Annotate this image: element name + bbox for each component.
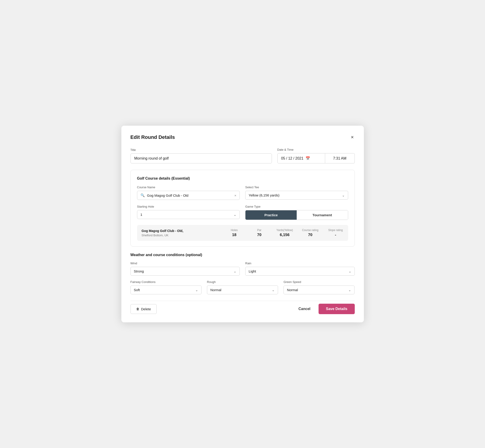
edit-round-modal: Edit Round Details × Title Date & Time 0…	[121, 126, 364, 322]
select-tee-value: Yellow (6,156 yards)	[249, 193, 342, 197]
chevron-down-icon-wind: ⌄	[234, 270, 236, 273]
wind-label: Wind	[130, 262, 240, 265]
datetime-row: 05 / 12 / 2021 📅 7:31 AM	[277, 153, 355, 163]
wind-dropdown[interactable]: Strong ⌄	[130, 267, 240, 276]
save-button[interactable]: Save Details	[319, 304, 355, 314]
chevron-down-icon-rain: ⌄	[349, 270, 351, 273]
calendar-icon: 📅	[306, 156, 310, 160]
clear-icon[interactable]: ×	[234, 193, 236, 197]
rain-value: Light	[249, 269, 349, 273]
wind-field: Wind Strong ⌄	[130, 262, 240, 276]
weather-section-title: Weather and course conditions (optional)	[130, 253, 355, 257]
top-row: Title Date & Time 05 / 12 / 2021 📅 7:31 …	[130, 148, 355, 163]
slope-rating-label: Slope rating	[328, 229, 343, 232]
slope-rating-value: -	[335, 233, 336, 237]
course-rating-stat: Course rating 70	[302, 229, 318, 237]
course-name-label: Course Name	[137, 185, 240, 189]
yards-value: 6,156	[280, 233, 290, 237]
hole-gametype-row: Starting Hole 1 ⌄ Game Type Practice Tou…	[137, 205, 348, 220]
rough-dropdown[interactable]: Normal ⌄	[207, 286, 278, 294]
course-name-input[interactable]: 🔍 Gog Magog Golf Club - Old ×	[137, 191, 240, 200]
footer-row: 🗑 Delete Cancel Save Details	[130, 301, 355, 314]
yards-stat: Yards(Yellow) 6,156	[276, 229, 293, 237]
rain-dropdown[interactable]: Light ⌄	[245, 267, 355, 276]
trash-icon: 🗑	[136, 307, 139, 311]
title-label: Title	[130, 148, 272, 152]
game-type-toggle: Practice Tournament	[245, 210, 348, 220]
select-tee-dropdown[interactable]: Yellow (6,156 yards) ⌄	[245, 191, 348, 200]
close-button[interactable]: ×	[350, 134, 355, 141]
holes-stat: Holes 18	[226, 229, 242, 237]
fairway-value: Soft	[134, 288, 195, 292]
starting-hole-field: Starting Hole 1 ⌄	[137, 205, 240, 220]
course-name-value: Gog Magog Golf Club - Old	[147, 193, 232, 197]
yards-label: Yards(Yellow)	[276, 229, 293, 232]
course-name-field: Course Name 🔍 Gog Magog Golf Club - Old …	[137, 185, 240, 200]
time-value: 7:31 AM	[333, 156, 347, 160]
chevron-down-icon-rough: ⌄	[272, 288, 275, 292]
delete-label: Delete	[141, 307, 151, 311]
course-info-row: Gog Magog Golf Club - Old, Shelford Bott…	[137, 225, 348, 241]
date-value: 05 / 12 / 2021	[281, 156, 304, 160]
fairway-rough-green-row: Fairway Conditions Soft ⌄ Rough Normal ⌄…	[130, 280, 355, 294]
course-info-name-block: Gog Magog Golf Club - Old, Shelford Bott…	[142, 229, 217, 237]
chevron-down-icon-fairway: ⌄	[195, 288, 198, 292]
cancel-button[interactable]: Cancel	[297, 304, 312, 314]
select-tee-label: Select Tee	[245, 185, 348, 189]
wind-value: Strong	[134, 269, 234, 273]
course-info-location: Shelford Bottom, UK	[142, 233, 217, 237]
par-stat: Par 70	[251, 229, 267, 237]
rough-field: Rough Normal ⌄	[207, 280, 278, 294]
chevron-down-icon-green: ⌄	[348, 288, 351, 292]
par-label: Par	[257, 229, 261, 232]
golf-course-title: Golf Course details (Essential)	[137, 176, 348, 181]
game-type-field: Game Type Practice Tournament	[245, 205, 348, 220]
title-field-group: Title	[130, 148, 272, 163]
title-input[interactable]	[130, 153, 272, 163]
green-speed-value: Normal	[287, 288, 348, 292]
chevron-down-icon: ⌄	[342, 193, 345, 197]
tournament-button[interactable]: Tournament	[297, 210, 348, 220]
rough-value: Normal	[210, 288, 272, 292]
datetime-label: Date & Time	[277, 148, 355, 151]
time-input[interactable]: 7:31 AM	[325, 153, 355, 163]
search-icon: 🔍	[140, 193, 145, 197]
green-speed-label: Green Speed	[283, 280, 355, 284]
starting-hole-label: Starting Hole	[137, 205, 240, 208]
course-name-tee-row: Course Name 🔍 Gog Magog Golf Club - Old …	[137, 185, 348, 200]
starting-hole-dropdown[interactable]: 1 ⌄	[137, 210, 240, 219]
fairway-label: Fairway Conditions	[130, 280, 202, 284]
course-info-main-name: Gog Magog Golf Club - Old,	[142, 229, 217, 233]
date-input[interactable]: 05 / 12 / 2021 📅	[277, 153, 325, 163]
starting-hole-value: 1	[140, 213, 234, 216]
chevron-down-icon-hole: ⌄	[234, 213, 236, 216]
rain-field: Rain Light ⌄	[245, 262, 355, 276]
wind-rain-row: Wind Strong ⌄ Rain Light ⌄	[130, 262, 355, 276]
holes-value: 18	[232, 233, 236, 237]
weather-section: Weather and course conditions (optional)…	[130, 253, 355, 294]
fairway-dropdown[interactable]: Soft ⌄	[130, 286, 202, 294]
rough-label: Rough	[207, 280, 278, 284]
game-type-label: Game Type	[245, 205, 348, 208]
delete-button[interactable]: 🗑 Delete	[130, 304, 157, 314]
green-speed-field: Green Speed Normal ⌄	[283, 280, 355, 294]
slope-rating-stat: Slope rating -	[328, 229, 344, 237]
fairway-field: Fairway Conditions Soft ⌄	[130, 280, 202, 294]
modal-title: Edit Round Details	[130, 134, 175, 140]
select-tee-field: Select Tee Yellow (6,156 yards) ⌄	[245, 185, 348, 200]
footer-right: Cancel Save Details	[297, 304, 355, 314]
course-rating-label: Course rating	[302, 229, 318, 232]
holes-label: Holes	[231, 229, 238, 232]
golf-course-section: Golf Course details (Essential) Course N…	[130, 170, 355, 247]
rain-label: Rain	[245, 262, 355, 265]
datetime-group: Date & Time 05 / 12 / 2021 📅 7:31 AM	[277, 148, 355, 163]
green-speed-dropdown[interactable]: Normal ⌄	[283, 286, 355, 294]
par-value: 70	[257, 233, 261, 237]
modal-header: Edit Round Details ×	[130, 134, 355, 141]
course-rating-value: 70	[308, 233, 312, 237]
practice-button[interactable]: Practice	[245, 210, 297, 220]
